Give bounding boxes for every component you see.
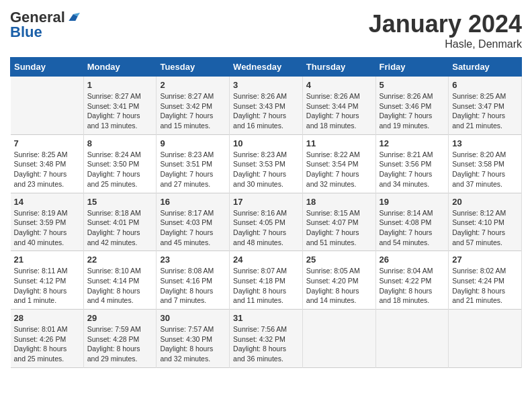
day-number: 22 <box>87 255 153 265</box>
day-info: Sunrise: 8:12 AM Sunset: 4:10 PM Dayligh… <box>452 208 518 248</box>
calendar-cell: 26Sunrise: 8:04 AM Sunset: 4:22 PM Dayli… <box>375 251 449 310</box>
day-number: 3 <box>233 80 299 90</box>
calendar-cell: 13Sunrise: 8:20 AM Sunset: 3:58 PM Dayli… <box>449 134 522 193</box>
day-info: Sunrise: 8:25 AM Sunset: 3:48 PM Dayligh… <box>14 150 80 189</box>
calendar-week-row: 21Sunrise: 8:11 AM Sunset: 4:12 PM Dayli… <box>11 251 522 310</box>
calendar-cell: 2Sunrise: 8:27 AM Sunset: 3:42 PM Daylig… <box>157 77 230 135</box>
day-number: 23 <box>160 255 226 265</box>
day-number: 30 <box>160 313 226 323</box>
calendar-week-row: 1Sunrise: 8:27 AM Sunset: 3:41 PM Daylig… <box>11 77 522 135</box>
calendar-cell: 30Sunrise: 7:57 AM Sunset: 4:30 PM Dayli… <box>157 310 230 368</box>
day-info: Sunrise: 8:08 AM Sunset: 4:16 PM Dayligh… <box>160 266 226 306</box>
day-number: 7 <box>14 138 80 148</box>
day-number: 6 <box>452 80 518 90</box>
calendar-cell: 24Sunrise: 8:07 AM Sunset: 4:18 PM Dayli… <box>230 251 303 310</box>
day-number: 12 <box>380 138 445 148</box>
day-number: 21 <box>14 255 80 265</box>
calendar-cell: 15Sunrise: 8:18 AM Sunset: 4:01 PM Dayli… <box>83 193 157 251</box>
day-info: Sunrise: 8:11 AM Sunset: 4:12 PM Dayligh… <box>14 266 80 306</box>
day-number: 10 <box>233 138 299 148</box>
calendar-cell: 11Sunrise: 8:22 AM Sunset: 3:54 PM Dayli… <box>302 134 375 193</box>
calendar-cell: 18Sunrise: 8:15 AM Sunset: 4:07 PM Dayli… <box>302 193 375 251</box>
day-number: 14 <box>14 197 80 207</box>
calendar-cell: 8Sunrise: 8:24 AM Sunset: 3:50 PM Daylig… <box>83 134 157 193</box>
day-number: 9 <box>160 138 226 148</box>
day-info: Sunrise: 8:07 AM Sunset: 4:18 PM Dayligh… <box>233 266 299 306</box>
calendar-header-tuesday: Tuesday <box>157 58 230 77</box>
logo-icon <box>66 11 80 24</box>
day-info: Sunrise: 8:23 AM Sunset: 3:53 PM Dayligh… <box>233 150 299 189</box>
calendar-cell: 21Sunrise: 8:11 AM Sunset: 4:12 PM Dayli… <box>11 251 84 310</box>
calendar-cell: 14Sunrise: 8:19 AM Sunset: 3:59 PM Dayli… <box>11 193 84 251</box>
calendar-cell: 4Sunrise: 8:26 AM Sunset: 3:44 PM Daylig… <box>302 77 375 135</box>
day-number: 1 <box>87 80 153 90</box>
calendar-header-row: SundayMondayTuesdayWednesdayThursdayFrid… <box>11 58 522 77</box>
day-info: Sunrise: 8:24 AM Sunset: 3:50 PM Dayligh… <box>87 150 153 189</box>
day-info: Sunrise: 8:18 AM Sunset: 4:01 PM Dayligh… <box>87 208 153 248</box>
day-info: Sunrise: 8:23 AM Sunset: 3:51 PM Dayligh… <box>160 150 226 189</box>
location: Hasle, Denmark <box>369 38 522 50</box>
day-number: 11 <box>306 138 372 148</box>
calendar-cell: 28Sunrise: 8:01 AM Sunset: 4:26 PM Dayli… <box>11 310 84 368</box>
day-info: Sunrise: 8:22 AM Sunset: 3:54 PM Dayligh… <box>306 150 372 189</box>
calendar-header-sunday: Sunday <box>11 58 84 77</box>
day-number: 26 <box>380 255 445 265</box>
calendar-header-friday: Friday <box>375 58 449 77</box>
day-number: 28 <box>14 313 80 323</box>
calendar-header-thursday: Thursday <box>302 58 375 77</box>
calendar-cell <box>449 310 522 368</box>
calendar-week-row: 14Sunrise: 8:19 AM Sunset: 3:59 PM Dayli… <box>11 193 522 251</box>
day-info: Sunrise: 8:04 AM Sunset: 4:22 PM Dayligh… <box>380 266 445 306</box>
calendar-cell: 7Sunrise: 8:25 AM Sunset: 3:48 PM Daylig… <box>11 134 84 193</box>
calendar-week-row: 28Sunrise: 8:01 AM Sunset: 4:26 PM Dayli… <box>11 310 522 368</box>
day-info: Sunrise: 8:27 AM Sunset: 3:41 PM Dayligh… <box>87 91 153 131</box>
day-info: Sunrise: 8:17 AM Sunset: 4:03 PM Dayligh… <box>160 208 226 248</box>
day-info: Sunrise: 8:21 AM Sunset: 3:56 PM Dayligh… <box>380 150 445 189</box>
day-info: Sunrise: 7:56 AM Sunset: 4:32 PM Dayligh… <box>233 324 299 364</box>
day-number: 25 <box>306 255 372 265</box>
calendar-cell: 25Sunrise: 8:05 AM Sunset: 4:20 PM Dayli… <box>302 251 375 310</box>
calendar-cell: 29Sunrise: 7:59 AM Sunset: 4:28 PM Dayli… <box>83 310 157 368</box>
day-number: 8 <box>87 138 153 148</box>
day-number: 15 <box>87 197 153 207</box>
calendar-header-monday: Monday <box>83 58 157 77</box>
day-number: 17 <box>233 197 299 207</box>
day-number: 31 <box>233 313 299 323</box>
day-info: Sunrise: 8:14 AM Sunset: 4:08 PM Dayligh… <box>380 208 445 248</box>
day-number: 24 <box>233 255 299 265</box>
day-info: Sunrise: 8:20 AM Sunset: 3:58 PM Dayligh… <box>452 150 518 189</box>
calendar-cell <box>375 310 449 368</box>
calendar-cell: 19Sunrise: 8:14 AM Sunset: 4:08 PM Dayli… <box>375 193 449 251</box>
calendar-cell: 17Sunrise: 8:16 AM Sunset: 4:05 PM Dayli… <box>230 193 303 251</box>
calendar-cell <box>11 77 84 135</box>
calendar-cell: 22Sunrise: 8:10 AM Sunset: 4:14 PM Dayli… <box>83 251 157 310</box>
logo-general-text: General <box>10 10 65 25</box>
day-number: 20 <box>452 197 518 207</box>
calendar-cell: 12Sunrise: 8:21 AM Sunset: 3:56 PM Dayli… <box>375 134 449 193</box>
day-number: 18 <box>306 197 372 207</box>
day-info: Sunrise: 8:16 AM Sunset: 4:05 PM Dayligh… <box>233 208 299 248</box>
calendar-week-row: 7Sunrise: 8:25 AM Sunset: 3:48 PM Daylig… <box>11 134 522 193</box>
day-info: Sunrise: 8:01 AM Sunset: 4:26 PM Dayligh… <box>14 324 80 364</box>
day-info: Sunrise: 8:25 AM Sunset: 3:47 PM Dayligh… <box>452 91 518 131</box>
title-area: January 2024 Hasle, Denmark <box>369 10 522 50</box>
calendar-cell: 23Sunrise: 8:08 AM Sunset: 4:16 PM Dayli… <box>157 251 230 310</box>
calendar-header-wednesday: Wednesday <box>230 58 303 77</box>
calendar-cell: 9Sunrise: 8:23 AM Sunset: 3:51 PM Daylig… <box>157 134 230 193</box>
day-number: 2 <box>160 80 226 90</box>
day-number: 16 <box>160 197 226 207</box>
calendar-cell: 20Sunrise: 8:12 AM Sunset: 4:10 PM Dayli… <box>449 193 522 251</box>
day-number: 13 <box>452 138 518 148</box>
day-info: Sunrise: 8:26 AM Sunset: 3:46 PM Dayligh… <box>380 91 445 131</box>
day-number: 4 <box>306 80 372 90</box>
day-info: Sunrise: 8:26 AM Sunset: 3:44 PM Dayligh… <box>306 91 372 131</box>
calendar-cell <box>302 310 375 368</box>
day-number: 19 <box>380 197 445 207</box>
day-info: Sunrise: 8:10 AM Sunset: 4:14 PM Dayligh… <box>87 266 153 306</box>
calendar-cell: 1Sunrise: 8:27 AM Sunset: 3:41 PM Daylig… <box>83 77 157 135</box>
header: General Blue January 2024 Hasle, Denmark <box>10 10 522 50</box>
logo: General Blue <box>10 10 80 40</box>
calendar-cell: 16Sunrise: 8:17 AM Sunset: 4:03 PM Dayli… <box>157 193 230 251</box>
day-number: 29 <box>87 313 153 323</box>
calendar-cell: 6Sunrise: 8:25 AM Sunset: 3:47 PM Daylig… <box>449 77 522 135</box>
